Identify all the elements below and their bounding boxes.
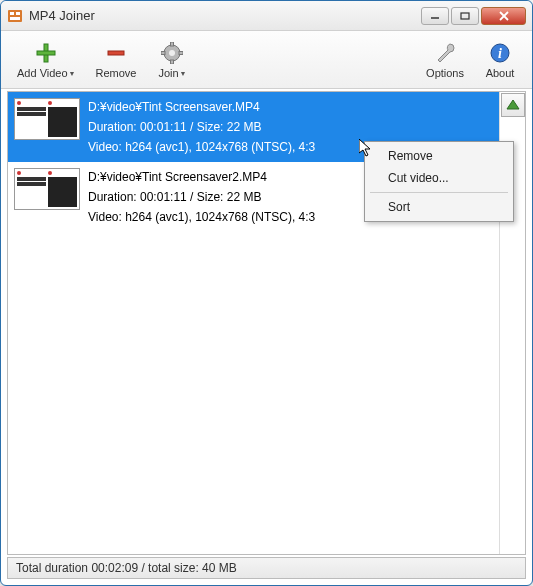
arrow-up-icon	[506, 99, 520, 111]
item-video-info: Video: h264 (avc1), 1024x768 (NTSC), 4:3	[88, 208, 315, 226]
menu-remove[interactable]: Remove	[368, 145, 510, 167]
join-label: Join▼	[158, 67, 186, 79]
svg-rect-16	[179, 51, 183, 54]
maximize-button[interactable]	[451, 7, 479, 25]
svg-rect-0	[8, 10, 22, 22]
app-icon	[7, 8, 23, 24]
status-bar: Total duration 00:02:09 / total size: 40…	[7, 557, 526, 579]
options-label: Options	[426, 67, 464, 79]
svg-rect-15	[161, 51, 165, 54]
item-meta: Duration: 00:01:11 / Size: 22 MB	[88, 188, 315, 206]
remove-label: Remove	[96, 67, 137, 79]
plus-icon	[34, 41, 58, 65]
menu-separator	[370, 192, 508, 193]
svg-rect-5	[461, 13, 469, 19]
move-up-button[interactable]	[501, 93, 525, 117]
window-title: MP4 Joiner	[29, 8, 421, 23]
add-video-label: Add Video▼	[17, 67, 76, 79]
item-path: D:¥video¥Tint Screensaver.MP4	[88, 98, 315, 116]
item-details: D:¥video¥Tint Screensaver.MP4 Duration: …	[88, 98, 315, 156]
add-video-button[interactable]: Add Video▼	[9, 39, 84, 81]
remove-button[interactable]: Remove	[88, 39, 145, 81]
svg-rect-10	[108, 51, 124, 55]
window-controls	[421, 7, 526, 25]
about-label: About	[486, 67, 515, 79]
svg-point-12	[169, 50, 175, 56]
info-icon: i	[488, 41, 512, 65]
video-thumbnail	[14, 168, 80, 210]
video-thumbnail	[14, 98, 80, 140]
svg-rect-14	[171, 60, 174, 64]
wrench-icon	[433, 41, 457, 65]
svg-rect-1	[10, 12, 14, 15]
item-meta: Duration: 00:01:11 / Size: 22 MB	[88, 118, 315, 136]
svg-marker-19	[507, 100, 519, 109]
svg-rect-2	[16, 12, 20, 15]
svg-rect-3	[10, 17, 20, 20]
menu-sort[interactable]: Sort	[368, 196, 510, 218]
item-video-info: Video: h264 (avc1), 1024x768 (NTSC), 4:3	[88, 138, 315, 156]
about-button[interactable]: i About	[476, 39, 524, 81]
options-button[interactable]: Options	[418, 39, 472, 81]
item-path: D:¥video¥Tint Screensaver2.MP4	[88, 168, 315, 186]
close-button[interactable]	[481, 7, 526, 25]
titlebar[interactable]: MP4 Joiner	[1, 1, 532, 31]
app-window: MP4 Joiner Add Video▼ Remove Join▼ Optio…	[0, 0, 533, 586]
svg-text:i: i	[498, 46, 502, 61]
svg-rect-13	[171, 42, 174, 46]
toolbar: Add Video▼ Remove Join▼ Options i About	[1, 31, 532, 89]
context-menu: Remove Cut video... Sort	[364, 141, 514, 222]
minus-icon	[104, 41, 128, 65]
svg-rect-9	[37, 51, 55, 55]
join-button[interactable]: Join▼	[148, 39, 196, 81]
minimize-button[interactable]	[421, 7, 449, 25]
item-details: D:¥video¥Tint Screensaver2.MP4 Duration:…	[88, 168, 315, 226]
status-text: Total duration 00:02:09 / total size: 40…	[16, 561, 237, 575]
menu-cut-video[interactable]: Cut video...	[368, 167, 510, 189]
gear-icon	[160, 41, 184, 65]
